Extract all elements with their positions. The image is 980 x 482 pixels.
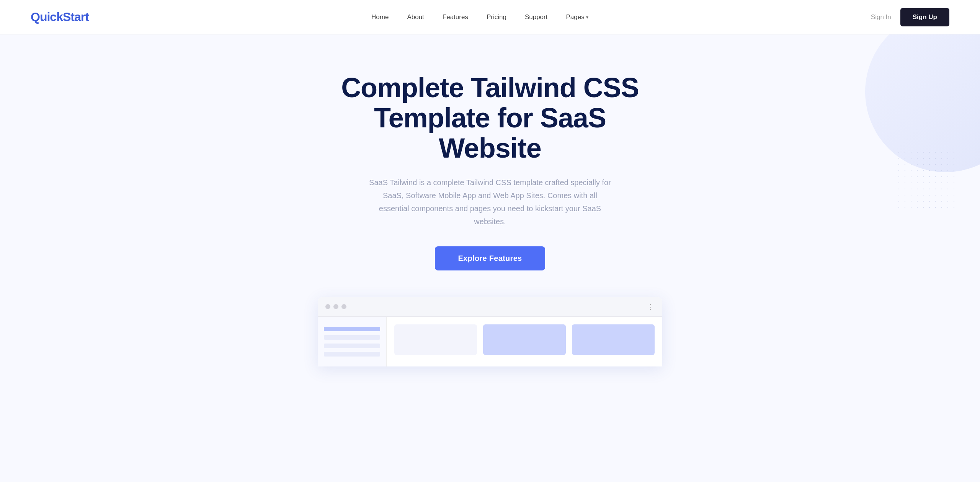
content-block-3 <box>572 324 655 355</box>
nav-link-pages: Pages <box>566 13 584 21</box>
sidebar-item-mock-3 <box>324 344 380 348</box>
chevron-down-icon: ▾ <box>586 15 588 20</box>
browser-dots <box>325 304 346 309</box>
nav-item-features[interactable]: Features <box>443 13 468 21</box>
sidebar-item-mock-4 <box>324 352 380 357</box>
browser-mockup-wrapper: ⋮ <box>318 297 662 366</box>
sign-up-button[interactable]: Sign Up <box>900 8 949 26</box>
content-block-1 <box>394 324 477 355</box>
hero-content: Complete Tailwind CSS Template for SaaS … <box>337 73 643 270</box>
nav-link-pricing[interactable]: Pricing <box>487 13 506 21</box>
hero-title-line2: Template for SaaS Website <box>374 103 606 163</box>
nav-links: Home About Features Pricing Support Page… <box>371 13 588 21</box>
deco-dots <box>896 149 957 210</box>
browser-content <box>318 317 662 366</box>
browser-top-bar: ⋮ <box>318 297 662 317</box>
logo[interactable]: QuickStart <box>31 10 89 24</box>
nav-item-home[interactable]: Home <box>371 13 389 21</box>
nav-item-pages[interactable]: Pages ▾ <box>566 13 588 21</box>
content-block-2 <box>483 324 566 355</box>
sidebar-item-mock-1 <box>324 327 380 331</box>
hero-title: Complete Tailwind CSS Template for SaaS … <box>337 73 643 164</box>
browser-dot-1 <box>325 304 330 309</box>
nav-item-pricing[interactable]: Pricing <box>487 13 506 21</box>
navbar: QuickStart Home About Features Pricing S… <box>0 0 980 34</box>
browser-dot-2 <box>333 304 338 309</box>
explore-features-button[interactable]: Explore Features <box>435 246 545 270</box>
sidebar-item-mock-2 <box>324 335 380 340</box>
hero-title-line1: Complete Tailwind CSS <box>341 72 639 103</box>
nav-auth: Sign In Sign Up <box>871 8 949 26</box>
browser-sidebar <box>318 317 387 366</box>
sign-in-button[interactable]: Sign In <box>871 13 891 21</box>
nav-link-about[interactable]: About <box>407 13 424 21</box>
nav-link-support[interactable]: Support <box>525 13 548 21</box>
nav-item-about[interactable]: About <box>407 13 424 21</box>
hero-subtitle: SaaS Tailwind is a complete Tailwind CSS… <box>368 176 612 228</box>
hero-section: Complete Tailwind CSS Template for SaaS … <box>0 34 980 389</box>
browser-mockup: ⋮ <box>318 297 662 366</box>
nav-item-support[interactable]: Support <box>525 13 548 21</box>
nav-link-features[interactable]: Features <box>443 13 468 21</box>
nav-link-home[interactable]: Home <box>371 13 389 21</box>
browser-main <box>387 317 662 366</box>
browser-dot-3 <box>341 304 346 309</box>
browser-menu-icon: ⋮ <box>647 303 655 311</box>
